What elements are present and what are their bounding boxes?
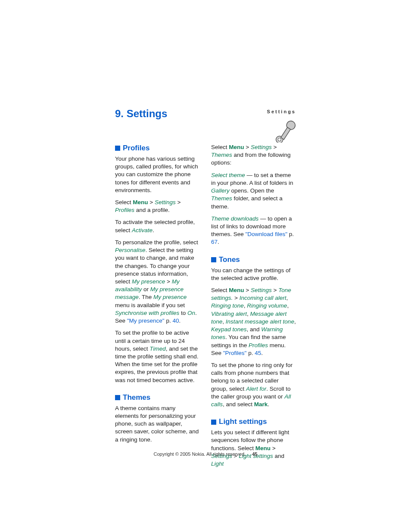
body-text: To set the phone to ring only for calls … bbox=[211, 361, 296, 408]
running-header: Settings bbox=[267, 109, 296, 114]
body-text: To personalize the profile, select Perso… bbox=[115, 239, 200, 325]
body-text: Select Menu > Settings > Themes and from… bbox=[211, 143, 296, 167]
page-number: 45 bbox=[252, 451, 257, 457]
text-columns: Profiles Your phone has various setting … bbox=[115, 143, 296, 468]
section-tones-heading: Tones bbox=[211, 255, 296, 265]
body-text: Select Menu > Settings > Tone settings. … bbox=[211, 286, 296, 357]
body-text: Select Menu > Settings > Profiles and a … bbox=[115, 199, 200, 214]
body-text: Theme downloads — to open a list of link… bbox=[211, 215, 296, 246]
body-text: Lets you select if different light seque… bbox=[211, 429, 296, 468]
link-page-40[interactable]: 40 bbox=[172, 317, 179, 324]
body-text: Select theme — to set a theme in your ph… bbox=[211, 171, 296, 211]
settings-wrench-icon bbox=[274, 120, 296, 143]
page-footer: Copyright © 2005 Nokia. All rights reser… bbox=[0, 451, 411, 457]
section-themes-heading: Themes bbox=[115, 393, 200, 403]
section-light-heading: Light settings bbox=[211, 417, 296, 427]
copyright-text: Copyright © 2005 Nokia. All rights reser… bbox=[154, 451, 246, 457]
body-text: Your phone has various setting groups, c… bbox=[115, 155, 200, 194]
link-page-45[interactable]: 45 bbox=[255, 350, 261, 356]
link-page-67[interactable]: 67 bbox=[211, 239, 218, 245]
section-profiles-heading: Profiles bbox=[115, 143, 200, 153]
body-text: You can change the settings of the selec… bbox=[211, 267, 296, 282]
body-text: To set the profile to be active until a … bbox=[115, 329, 200, 384]
link-profiles[interactable]: "Profiles" bbox=[223, 350, 247, 356]
column-left: Profiles Your phone has various setting … bbox=[115, 143, 200, 468]
body-text: A theme contains many elements for perso… bbox=[115, 404, 200, 444]
link-my-presence[interactable]: "My presence" bbox=[127, 317, 165, 324]
link-download-files[interactable]: "Download files" bbox=[246, 231, 287, 237]
body-text: To activate the selected profile, select… bbox=[115, 218, 200, 234]
column-right: Select Menu > Settings > Themes and from… bbox=[211, 143, 296, 468]
